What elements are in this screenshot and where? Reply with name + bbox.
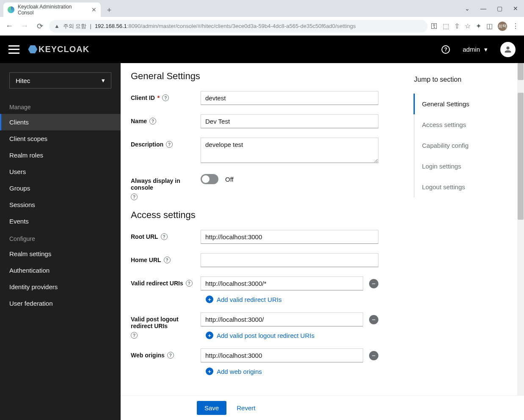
help-icon[interactable]: ? — [164, 257, 171, 263]
jump-access-settings[interactable]: Access settings — [414, 114, 516, 135]
always-display-label: Always display in console — [131, 177, 201, 191]
remove-uri-button[interactable]: − — [369, 351, 378, 360]
sidebar-item-authentication[interactable]: Authentication — [0, 262, 121, 279]
general-settings-title: General Settings — [131, 71, 395, 82]
profile-avatar[interactable]: 희택 — [498, 22, 507, 31]
sidebar-item-clients[interactable]: Clients — [0, 114, 121, 130]
revert-button[interactable]: Revert — [237, 404, 255, 412]
url-text: 192.168.56.1:8090/admin/master/console/#… — [95, 23, 356, 29]
keycloak-logo[interactable]: ⬣ KEYCLOAK — [28, 43, 89, 56]
valid-post-logout-input[interactable] — [201, 312, 363, 326]
name-label: Name — [131, 118, 147, 124]
help-icon[interactable]: ? — [162, 94, 169, 101]
hamburger-menu-icon[interactable] — [8, 45, 19, 54]
sidebar-item-identity-providers[interactable]: Identity providers — [0, 279, 121, 295]
side-panel-icon[interactable]: ◫ — [486, 22, 493, 30]
app-header: ⬣ KEYCLOAK ? admin ▾ — [0, 36, 524, 63]
browser-tab[interactable]: Keycloak Administration Consol ✕ — [3, 3, 101, 17]
plus-circle-icon: + — [206, 368, 213, 375]
new-tab-button[interactable]: + — [103, 4, 115, 16]
jump-capability-config[interactable]: Capability config — [414, 135, 516, 156]
minimize-icon[interactable]: — — [477, 3, 489, 14]
help-icon[interactable]: ? — [186, 280, 193, 287]
help-icon[interactable]: ? — [131, 332, 138, 339]
chevron-down-icon[interactable]: ⌄ — [461, 3, 473, 14]
key-icon[interactable]: ⚿ — [431, 22, 438, 30]
main-content: General Settings Client ID * ? Name ? — [121, 63, 524, 420]
not-secure-label: 주의 요함 — [63, 22, 87, 30]
required-mark: * — [157, 94, 160, 101]
menu-icon[interactable]: ⋮ — [512, 22, 519, 30]
client-id-label: Client ID — [131, 94, 155, 101]
add-redirect-button[interactable]: + Add valid redirect URIs — [201, 296, 378, 303]
save-button[interactable]: Save — [197, 401, 226, 415]
description-input[interactable]: develope test — [201, 138, 378, 163]
row-valid-post-logout: Valid post logout redirect URIs ? − + Ad… — [131, 312, 395, 339]
sidebar-item-sessions[interactable]: Sessions — [0, 196, 121, 213]
back-button[interactable]: ← — [3, 20, 15, 32]
remove-uri-button[interactable]: − — [369, 315, 378, 324]
help-icon[interactable]: ? — [441, 45, 450, 54]
root-url-input[interactable] — [201, 230, 378, 244]
add-web-origins-button[interactable]: + Add web origins — [201, 368, 378, 375]
help-icon[interactable]: ? — [167, 352, 174, 359]
logo-hexagon-icon: ⬣ — [28, 43, 38, 56]
section-configure: Configure — [0, 229, 121, 246]
address-bar[interactable]: ▲ 주의 요함 | 192.168.56.1:8090/admin/master… — [49, 20, 427, 33]
sidebar-item-user-federation[interactable]: User federation — [0, 295, 121, 312]
always-display-toggle[interactable] — [201, 174, 218, 184]
remove-uri-button[interactable]: − — [369, 279, 378, 288]
reload-button[interactable]: ⟳ — [34, 20, 46, 32]
browser-chrome: ⌄ — ▢ ✕ Keycloak Administration Consol ✕… — [0, 0, 524, 36]
maximize-icon[interactable]: ▢ — [494, 3, 505, 14]
sidebar-item-groups[interactable]: Groups — [0, 180, 121, 196]
valid-redirect-input[interactable] — [201, 276, 363, 290]
add-post-logout-button[interactable]: + Add valid post logout redirect URIs — [201, 332, 378, 339]
help-icon[interactable]: ? — [166, 141, 173, 148]
client-id-input[interactable] — [201, 91, 378, 105]
sidebar-item-events[interactable]: Events — [0, 213, 121, 229]
jump-login-settings[interactable]: Login settings — [414, 156, 516, 177]
row-name: Name ? — [131, 114, 395, 128]
home-url-input[interactable] — [201, 253, 378, 267]
jump-logout-settings[interactable]: Logout settings — [414, 177, 516, 197]
web-origins-input[interactable] — [201, 348, 363, 362]
bookmark-icon[interactable]: ☆ — [465, 22, 471, 30]
description-label: Description — [131, 141, 163, 148]
not-secure-icon: ▲ — [54, 23, 60, 29]
jump-general-settings[interactable]: General Settings — [414, 94, 516, 114]
scrollbar[interactable] — [517, 63, 524, 420]
jump-title: Jump to section — [414, 76, 516, 83]
sidebar: Hitec ▾ Manage Clients Client scopes Rea… — [0, 63, 121, 420]
scrollbar-thumb[interactable] — [518, 93, 524, 220]
help-icon[interactable]: ? — [131, 193, 138, 200]
row-valid-redirect: Valid redirect URIs ? − + Add valid redi… — [131, 276, 395, 303]
help-icon[interactable]: ? — [149, 118, 156, 124]
sidebar-item-realm-roles[interactable]: Realm roles — [0, 147, 121, 163]
help-icon[interactable]: ? — [161, 233, 168, 240]
translate-icon[interactable]: ⬚ — [443, 22, 449, 30]
row-client-id: Client ID * ? — [131, 91, 395, 105]
sidebar-item-users[interactable]: Users — [0, 163, 121, 180]
keycloak-app: ⬣ KEYCLOAK ? admin ▾ Hitec ▾ Manage Clie… — [0, 36, 524, 420]
toggle-state-label: Off — [225, 176, 234, 183]
forward-button[interactable]: → — [19, 20, 30, 32]
valid-post-logout-label: Valid post logout redirect URIs — [131, 316, 201, 329]
separator: | — [90, 23, 91, 29]
row-description: Description ? develope test — [131, 138, 395, 165]
sidebar-item-realm-settings[interactable]: Realm settings — [0, 246, 121, 262]
share-icon[interactable]: ⇧ — [454, 22, 460, 30]
form-footer: Save Revert — [121, 395, 524, 420]
name-input[interactable] — [201, 114, 378, 128]
user-avatar[interactable] — [500, 42, 516, 57]
home-url-label: Home URL — [131, 257, 161, 263]
scrollbar-thumb[interactable] — [518, 63, 524, 80]
extensions-icon[interactable]: ✦ — [476, 22, 481, 30]
user-dropdown[interactable]: admin ▾ — [463, 46, 488, 53]
add-web-origins-label: Add web origins — [217, 368, 262, 375]
tab-close-icon[interactable]: ✕ — [91, 6, 97, 13]
realm-selector[interactable]: Hitec ▾ — [9, 72, 111, 88]
close-window-icon[interactable]: ✕ — [510, 3, 521, 14]
row-always-display: Always display in console ? Off — [131, 174, 395, 200]
sidebar-item-client-scopes[interactable]: Client scopes — [0, 130, 121, 147]
